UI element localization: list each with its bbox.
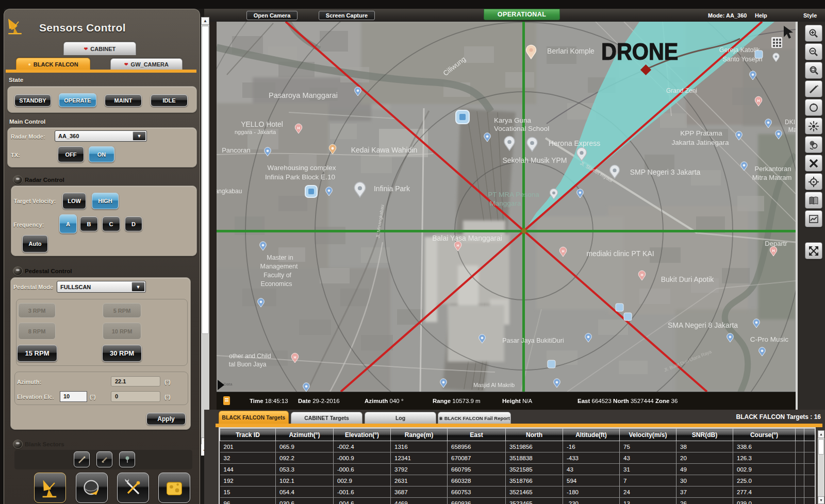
svg-text:Management: Management — [260, 263, 298, 270]
svg-text:C-Pro Music: C-Pro Music — [750, 335, 789, 343]
svg-text:mediaki clinic PT KAI: mediaki clinic PT KAI — [586, 249, 654, 258]
svg-text:tal Buon Jaya: tal Buon Jaya — [229, 361, 267, 368]
svg-text:Economics: Economics — [260, 280, 292, 288]
svg-text:Sekolah Musik YPM: Sekolah Musik YPM — [502, 156, 567, 164]
svg-text:Mitra Matram: Mitra Matram — [752, 174, 792, 181]
svg-text:Infinia Park Block E.10: Infinia Park Block E.10 — [265, 173, 335, 181]
svg-text:Manggara: Manggara — [490, 199, 521, 207]
svg-text:Vocational School: Vocational School — [494, 125, 549, 132]
svg-text:Ma: Ma — [788, 126, 796, 133]
svg-text:Balai Yasa Manggarai: Balai Yasa Manggarai — [432, 234, 502, 242]
svg-text:DRONE: DRONE — [601, 38, 678, 65]
svg-text:Masjid Al Makrib: Masjid Al Makrib — [473, 382, 515, 388]
svg-text:Warehousing complex: Warehousing complex — [267, 164, 336, 172]
svg-text:PT MRA Pesona: PT MRA Pesona — [488, 191, 539, 198]
svg-text:SMA Negeri 8 Jakarta: SMA Negeri 8 Jakarta — [668, 321, 738, 329]
svg-text:Perkantoran: Perkantoran — [755, 165, 791, 173]
svg-text:Berlari Komple: Berlari Komple — [547, 47, 595, 55]
svg-text:nggara - Jakarta: nggara - Jakarta — [235, 129, 276, 135]
svg-text:SMP Negeri 3 Jakarta: SMP Negeri 3 Jakarta — [630, 168, 701, 176]
svg-text:Bukit Duri Apotik: Bukit Duri Apotik — [661, 275, 715, 283]
svg-text:Infinia Park: Infinia Park — [374, 184, 410, 193]
svg-text:Grand Zeni: Grand Zeni — [666, 87, 697, 94]
svg-text:other and Child: other and Child — [229, 352, 271, 360]
svg-text:Pasar Jaya BukitiDuri: Pasar Jaya BukitiDuri — [502, 337, 564, 344]
svg-text:Departr: Departr — [765, 240, 787, 247]
svg-text:Pasaroya Manggarai: Pasaroya Manggarai — [269, 91, 338, 99]
svg-text:Faculty of: Faculty of — [263, 272, 292, 279]
svg-text:Pancoran: Pancoran — [222, 146, 251, 154]
svg-text:DKI: DKI — [785, 119, 795, 126]
svg-text:Karya Guna: Karya Guna — [494, 116, 532, 124]
svg-text:angkabau: angkabau — [217, 188, 242, 195]
svg-text:Data: Data — [224, 382, 233, 387]
svg-text:Gereja Katolik: Gereja Katolik — [719, 46, 760, 54]
svg-text:Herona Express: Herona Express — [549, 139, 600, 147]
svg-text:KPP Pratama: KPP Pratama — [680, 129, 722, 137]
svg-text:YELLO Hotel: YELLO Hotel — [241, 120, 283, 128]
svg-text:Jakarta Jatinegara: Jakarta Jatinegara — [671, 139, 729, 146]
svg-text:Kedai Kawa Wahidin: Kedai Kawa Wahidin — [351, 146, 418, 154]
svg-text:Master in: Master in — [267, 254, 293, 261]
